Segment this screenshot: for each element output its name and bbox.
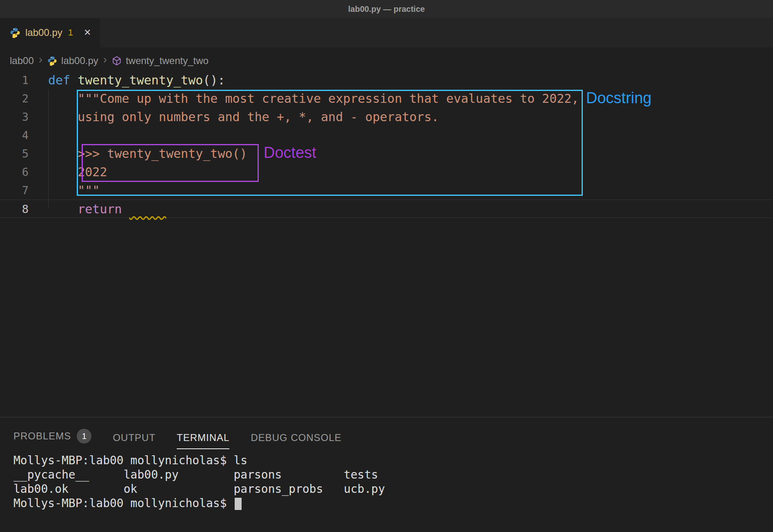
- bottom-panel: PROBLEMS 1 OUTPUT TERMINAL DEBUG CONSOLE…: [0, 417, 773, 532]
- tab-output[interactable]: OUTPUT: [113, 432, 155, 449]
- indent-guide: [48, 89, 49, 208]
- code-line[interactable]: 5 >>> twenty_twenty_two(): [0, 144, 773, 163]
- code-lines: 1def twenty_twenty_two():2 """Come up wi…: [0, 71, 773, 218]
- tab-problems-label: PROBLEMS: [13, 430, 71, 442]
- panel-tab-bar: PROBLEMS 1 OUTPUT TERMINAL DEBUG CONSOLE: [0, 417, 773, 449]
- code-text: >>> twenty_twenty_two(): [29, 144, 247, 163]
- tab-debug-console[interactable]: DEBUG CONSOLE: [251, 432, 341, 449]
- tab-problems-count: 1: [68, 27, 73, 38]
- line-number[interactable]: 4: [0, 126, 29, 144]
- python-file-icon: [47, 56, 57, 66]
- terminal[interactable]: Mollys-MBP:lab00 mollynicholas$ ls __pyc…: [0, 449, 773, 510]
- code-text: using only numbers and the +, *, and - o…: [29, 108, 439, 126]
- chevron-right-icon: ›: [102, 54, 108, 68]
- code-line[interactable]: 8 return: [0, 200, 773, 218]
- terminal-line: Mollys-MBP:lab00 mollynicholas$: [13, 496, 773, 510]
- terminal-cursor: [235, 498, 242, 510]
- code-line[interactable]: 3 using only numbers and the +, *, and -…: [0, 108, 773, 126]
- breadcrumb-item-symbol[interactable]: twenty_twenty_two: [126, 55, 209, 66]
- code-text: [29, 126, 48, 144]
- code-text: 2022: [29, 163, 107, 181]
- problems-count-badge: 1: [77, 429, 91, 443]
- line-number[interactable]: 3: [0, 108, 29, 126]
- line-number[interactable]: 6: [0, 163, 29, 181]
- code-line[interactable]: 4: [0, 126, 773, 144]
- code-line[interactable]: 2 """Come up with the most creative expr…: [0, 89, 773, 108]
- code-text: return: [29, 200, 166, 217]
- terminal-line: __pycache__ lab00.py parsons tests: [13, 468, 773, 482]
- editor[interactable]: 1def twenty_twenty_two():2 """Come up wi…: [0, 71, 773, 417]
- breadcrumb-item-folder[interactable]: lab00: [10, 55, 34, 66]
- code-text: """Come up with the most creative expres…: [29, 89, 579, 108]
- terminal-line: lab00.ok ok parsons_probs ucb.py: [13, 482, 773, 496]
- code-line[interactable]: 7 """: [0, 181, 773, 200]
- tab-problems[interactable]: PROBLEMS 1: [13, 429, 91, 449]
- tab-filename: lab00.py: [25, 27, 62, 38]
- python-file-icon: [10, 27, 20, 38]
- tab-close-icon[interactable]: ✕: [84, 27, 91, 38]
- chevron-right-icon: ›: [38, 54, 43, 68]
- line-number[interactable]: 2: [0, 89, 29, 108]
- symbol-cube-icon: [112, 56, 122, 66]
- window-title: lab00.py — practice: [348, 4, 425, 14]
- code-text: def twenty_twenty_two():: [29, 71, 225, 89]
- code-line[interactable]: 1def twenty_twenty_two():: [0, 71, 773, 89]
- window-titlebar: lab00.py — practice: [0, 0, 773, 18]
- line-number[interactable]: 7: [0, 181, 29, 200]
- tab-lab00[interactable]: lab00.py 1 ✕: [0, 18, 100, 47]
- line-number[interactable]: 1: [0, 71, 29, 89]
- breadcrumb: lab00 › lab00.py › twenty_twenty_two: [0, 47, 773, 71]
- terminal-prompt: Mollys-MBP:lab00 mollynicholas$: [13, 497, 233, 510]
- docstring-annotation-label: Docstring: [586, 90, 652, 107]
- code-line[interactable]: 6 2022: [0, 163, 773, 181]
- code-text: """: [29, 181, 100, 200]
- doctest-annotation-label: Doctest: [264, 144, 316, 162]
- tab-terminal[interactable]: TERMINAL: [177, 432, 229, 449]
- breadcrumb-item-file[interactable]: lab00.py: [61, 55, 98, 66]
- terminal-line: Mollys-MBP:lab00 mollynicholas$ ls: [13, 453, 773, 468]
- line-number[interactable]: 5: [0, 144, 29, 163]
- line-number[interactable]: 8: [0, 200, 29, 217]
- editor-tab-bar: lab00.py 1 ✕: [0, 18, 773, 47]
